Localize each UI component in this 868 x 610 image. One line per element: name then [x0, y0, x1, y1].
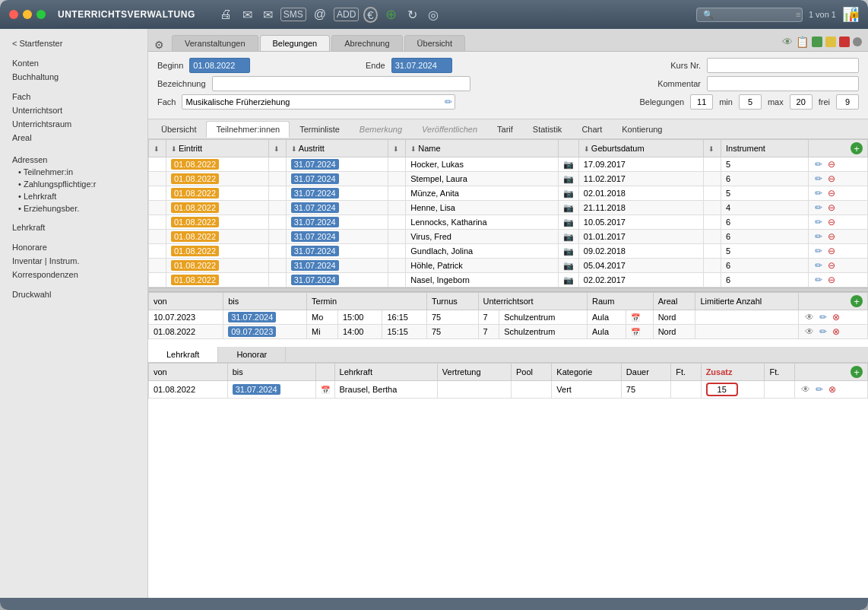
col-kategorie[interactable]: Kategorie	[552, 364, 622, 381]
col-turnus[interactable]: Turnus	[426, 293, 478, 310]
sidebar-item-teilnehmer[interactable]: • Teilnehmer:in	[0, 166, 147, 178]
eye-row-icon[interactable]: 👁	[803, 311, 816, 323]
gear-icon[interactable]: ⚙	[154, 39, 164, 51]
minimize-button[interactable]	[23, 10, 32, 19]
zusatz-cell[interactable]	[701, 381, 765, 399]
add-participant-btn[interactable]: +	[851, 142, 863, 154]
note-icon[interactable]: 📋	[796, 36, 809, 48]
col-dauer[interactable]: Dauer	[621, 364, 670, 381]
close-button[interactable]	[9, 10, 18, 19]
plus-circle-icon[interactable]: ⊕	[382, 5, 400, 24]
col-add-participant[interactable]: +	[808, 140, 867, 157]
sidebar-item-fach[interactable]: Fach	[0, 90, 147, 103]
col-zusatz[interactable]: Zusatz	[701, 364, 765, 381]
frei-input[interactable]	[836, 94, 859, 110]
col-add-termin[interactable]: +	[798, 293, 867, 310]
edit-row-icon[interactable]: ✏	[813, 216, 824, 228]
edit-row-icon[interactable]: ✏	[813, 187, 824, 199]
ende-input[interactable]	[391, 58, 452, 73]
sub-tab-kontierung[interactable]: Kontierung	[612, 121, 672, 138]
edit-row-icon[interactable]: ✏	[818, 326, 828, 338]
sidebar-item-lehrkraft[interactable]: Lehrkraft	[0, 221, 147, 234]
delete-row-icon[interactable]: ⊖	[826, 245, 837, 257]
col-vertretung[interactable]: Vertretung	[437, 364, 511, 381]
sidebar-item-konten[interactable]: Konten	[0, 56, 147, 70]
tab-belegungen[interactable]: Belegungen	[260, 35, 331, 51]
eye-lk-icon[interactable]: 👁	[800, 383, 812, 396]
col-areal[interactable]: Areal	[653, 293, 695, 310]
eye-row-icon[interactable]: 👁	[803, 326, 816, 338]
sidebar-item-erziehungsber[interactable]: • Erziehungsber.	[0, 202, 147, 214]
sidebar-item-druckwahl[interactable]: Druckwahl	[0, 288, 147, 301]
delete-row-icon[interactable]: ⊖	[826, 259, 837, 272]
delete-row-icon[interactable]: ⊖	[826, 216, 837, 228]
edit-row-icon[interactable]: ✏	[813, 202, 824, 214]
col-lehrkraft-name[interactable]: Lehrkraft	[334, 364, 437, 381]
visibility-icon[interactable]: 👁	[782, 36, 793, 48]
euro-icon[interactable]: €	[363, 7, 377, 23]
sidebar-item-korrespondenzen[interactable]: Korrespondenzen	[0, 268, 147, 281]
mail-icon[interactable]: ✉	[260, 6, 276, 24]
add-termin-btn[interactable]: +	[851, 295, 863, 307]
edit-row-icon[interactable]: ✏	[813, 245, 824, 257]
sidebar-item-lehrkraft-addr[interactable]: • Lehrkraft	[0, 190, 147, 202]
col-raum[interactable]: Raum	[588, 293, 654, 310]
kommentar-input[interactable]	[707, 76, 859, 91]
sidebar-back[interactable]: < Startfenster	[0, 37, 147, 50]
sidebar-item-unterrichtsraum[interactable]: Unterrichtsraum	[0, 117, 147, 131]
maximize-button[interactable]	[36, 10, 46, 19]
kurs-nr-input[interactable]	[707, 58, 859, 73]
user-circle-icon[interactable]: ◎	[425, 6, 442, 24]
table-container[interactable]: ⬇ ⬇Eintritt ⬇ ⬇Austritt ⬇ ⬇Name	[148, 139, 868, 598]
sync-icon[interactable]: ↻	[404, 6, 420, 24]
edit-lk-icon[interactable]: ✏	[814, 383, 825, 396]
sub-tab-uebersicht[interactable]: Übersicht	[151, 121, 206, 138]
col-termin[interactable]: Termin	[307, 293, 427, 310]
delete-row-icon[interactable]: ⊖	[826, 173, 837, 185]
letter-icon[interactable]: ✉	[239, 6, 255, 24]
col-bis-termin[interactable]: bis	[223, 293, 307, 310]
sidebar-item-areal[interactable]: Areal	[0, 131, 147, 145]
sidebar-item-zahlungspflichtige[interactable]: • Zahlungspflichtige:r	[0, 178, 147, 190]
sidebar-item-honorare[interactable]: Honorare	[0, 240, 147, 254]
at-icon[interactable]: @	[311, 6, 329, 23]
sub-tab-tarif[interactable]: Tarif	[487, 121, 523, 138]
delete-lk-icon[interactable]: ⊗	[827, 383, 838, 396]
edit-row-icon[interactable]: ✏	[813, 259, 824, 272]
edit-row-icon[interactable]: ✏	[813, 173, 824, 185]
sidebar-item-inventar[interactable]: Inventar | Instrum.	[0, 254, 147, 268]
add-lehrkraft-btn[interactable]: +	[851, 366, 863, 378]
lehrkraft-tab[interactable]: Lehrkraft	[148, 347, 218, 362]
fach-edit-icon[interactable]: ✏	[445, 97, 452, 107]
col-name[interactable]: ⬇Name	[406, 140, 559, 157]
col-ft1[interactable]: Ft.	[671, 364, 701, 381]
tab-uebersicht[interactable]: Übersicht	[404, 35, 465, 51]
min-input[interactable]	[739, 94, 762, 110]
bezeichnung-input[interactable]	[212, 76, 470, 91]
sub-tab-chart[interactable]: Chart	[572, 121, 612, 138]
col-add-lk[interactable]: +	[794, 364, 867, 381]
col-instrument[interactable]: Instrument	[721, 140, 808, 157]
edit-row-icon[interactable]: ✏	[818, 311, 828, 323]
delete-row-icon[interactable]: ⊖	[826, 187, 837, 199]
sub-tab-terminliste[interactable]: Terminliste	[290, 121, 350, 138]
delete-row-icon[interactable]: ⊗	[831, 311, 841, 323]
col-geburtsdatum[interactable]: ⬇Geburtsdatum	[578, 140, 703, 157]
tab-abrechnung[interactable]: Abrechnung	[331, 35, 402, 51]
col-von-lk[interactable]: von	[149, 364, 228, 381]
edit-row-icon[interactable]: ✏	[813, 274, 824, 286]
delete-row-icon[interactable]: ⊖	[826, 158, 837, 170]
tab-veranstaltungen[interactable]: Veranstaltungen	[172, 35, 258, 51]
delete-row-icon[interactable]: ⊗	[831, 326, 841, 338]
honorar-tab[interactable]: Honorar	[218, 347, 286, 362]
col-limitierte-anzahl[interactable]: Limitierte Anzahl	[695, 293, 798, 310]
col-unterrichtsort[interactable]: Unterrichtsort	[478, 293, 587, 310]
delete-row-icon[interactable]: ⊖	[826, 274, 837, 286]
sub-tab-teilnehmer[interactable]: Teilnehmer:innen	[206, 121, 290, 138]
delete-row-icon[interactable]: ⊖	[826, 230, 837, 243]
belegungen-input[interactable]	[690, 94, 713, 110]
col-eintritt[interactable]: ⬇Eintritt	[166, 140, 269, 157]
sub-tab-veroeffentlichen[interactable]: Veröffentlichen	[412, 121, 487, 138]
col-von-termin[interactable]: von	[149, 293, 223, 310]
sidebar-item-unterrichtsort[interactable]: Unterrichtsort	[0, 103, 147, 117]
